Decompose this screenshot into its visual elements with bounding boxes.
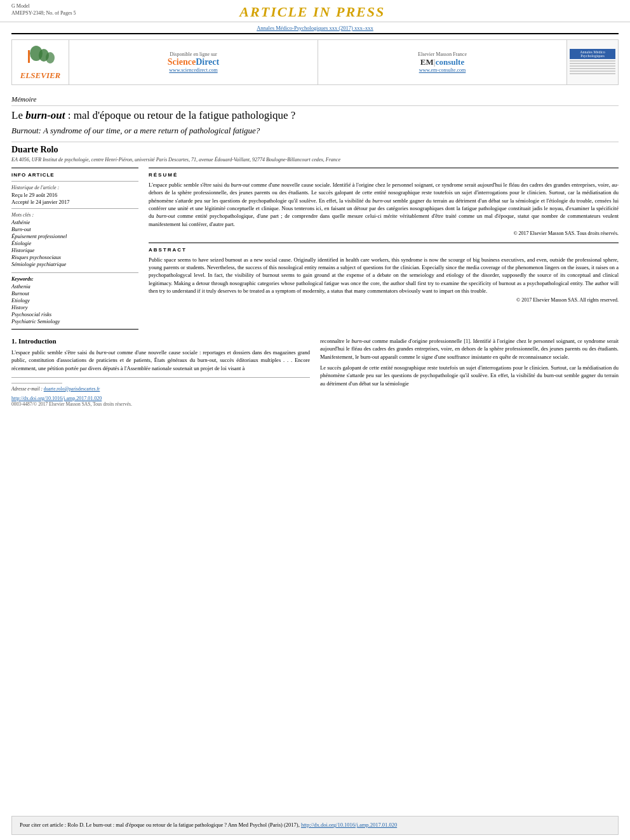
- em-consulte-block: Elsevier Masson France EM|consulte www.e…: [318, 40, 567, 84]
- kw-en-3: Etiology: [11, 297, 138, 303]
- g-model-info: G Model AMEPSY-2348; No. of Pages 5: [11, 3, 76, 17]
- intro-left-col: 1. Introduction L'espace public semble s…: [11, 337, 310, 407]
- introduction-section: 1. Introduction L'espace public semble s…: [11, 337, 619, 407]
- elsevier-masson-label: Elsevier Masson France: [418, 51, 467, 57]
- top-bar: G Model AMEPSY-2348; No. of Pages 5 ARTI…: [0, 0, 630, 22]
- copyright-en: © 2017 Elsevier Masson SAS. All rights r…: [149, 297, 619, 303]
- resume-text: L'espace public semble s'être saisi du b…: [149, 181, 619, 228]
- intro-para-right-2: Le succès galopant de cette entité nosog…: [320, 364, 619, 387]
- issn-footer: 0003-4487/© 2017 Elsevier Masson SAS, To…: [11, 401, 310, 407]
- publisher-row: ELSEVIER Disponible en ligne sur Science…: [11, 39, 619, 85]
- elsevier-tree-icon: [25, 44, 57, 69]
- abstract-column: RÉSUMÉ L'espace public semble s'être sai…: [149, 168, 619, 330]
- email-footnote: Adresse e-mail : duarte.rolo@parisdescar…: [11, 386, 310, 392]
- journal-thumbnail: Annales MédicoPsychologiques: [567, 40, 618, 84]
- resume-title: RÉSUMÉ: [149, 172, 619, 178]
- info-divider-1: [11, 181, 138, 182]
- em-consulte-url[interactable]: www.em-consulte.com: [419, 67, 466, 73]
- article-body: Mémoire Le burn-out : mal d'époque ou re…: [0, 89, 630, 810]
- intro-para-left: L'espace public semble s'être saisi du b…: [11, 349, 310, 372]
- copyright-fr: © 2017 Elsevier Masson SAS. Tous droits …: [149, 230, 619, 236]
- kw-en-6: Psychiatric Semiology: [11, 318, 138, 324]
- info-abstract-section: INFO ARTICLE Historique de l'article : R…: [11, 168, 619, 330]
- email-link[interactable]: duarte.rolo@parisdescartes.fr: [44, 386, 100, 392]
- abstract-en-title: ABSTRACT: [149, 247, 619, 253]
- em-consulte-label: EM|consulte: [420, 57, 464, 67]
- sciencedirect-block: Disponible en ligne sur ScienceDirect ww…: [69, 40, 318, 84]
- kw-en-2: Burnout: [11, 290, 138, 297]
- kw-fr-1: Asthénie: [11, 219, 138, 225]
- info-article-title: INFO ARTICLE: [11, 172, 138, 178]
- author-divider: [11, 142, 619, 142]
- sciencedirect-label: ScienceDirect: [168, 57, 219, 67]
- intro-heading: 1. Introduction: [11, 337, 310, 345]
- kw-fr-4: Étiologie: [11, 240, 138, 246]
- kw-fr-2: Burn-out: [11, 226, 138, 232]
- kw-en-5: Psychosocial risks: [11, 311, 138, 317]
- historique-label: Historique de l'article :: [11, 185, 138, 190]
- intro-right-col: reconnaître le burn-out comme maladie d'…: [320, 337, 619, 407]
- kw-en-4: History: [11, 304, 138, 310]
- mots-cles-label: Mots clés :: [11, 212, 138, 218]
- footnote-area-left: Adresse e-mail : duarte.rolo@parisdescar…: [11, 377, 310, 392]
- thick-divider: [11, 33, 619, 34]
- elsevier-text: ELSEVIER: [20, 70, 61, 81]
- title-divider-top: [11, 105, 619, 106]
- citation-doi-link[interactable]: http://dx.doi.org/10.1016/j.amp.2017.01.…: [301, 822, 397, 828]
- page: G Model AMEPSY-2348; No. of Pages 5 ARTI…: [0, 0, 630, 840]
- info-article-column: INFO ARTICLE Historique de l'article : R…: [11, 168, 138, 330]
- svg-point-3: [46, 52, 55, 63]
- g-model-label: G Model: [11, 3, 76, 10]
- journal-thumb-header: Annales MédicoPsychologiques: [570, 49, 615, 59]
- kw-fr-5: Historique: [11, 247, 138, 253]
- article-title-en: Burnout: A syndrome of our time, or a me…: [11, 126, 619, 137]
- kw-en-1: Asthenia: [11, 283, 138, 290]
- author-name: Duarte Rolo: [11, 145, 619, 155]
- journal-reference[interactable]: Annales Médico-Psychologiques xxx (2017)…: [0, 22, 630, 33]
- info-divider-3: [11, 272, 138, 273]
- accepte-date: Accepté le 24 janvier 2017: [11, 199, 138, 205]
- recu-date: Reçu le 29 août 2016: [11, 192, 138, 198]
- keywords-en-title: Keywords:: [11, 276, 138, 282]
- article-in-press-banner: ARTICLE IN PRESS: [76, 3, 549, 20]
- kw-fr-3: Épuisement professionnel: [11, 233, 138, 239]
- elsevier-logo: ELSEVIER: [12, 40, 69, 84]
- available-text: Disponible en ligne sur: [170, 51, 217, 57]
- abstract-en-text: Public space seems to have seized burnou…: [149, 256, 619, 295]
- article-title-fr: Le burn-out : mal d'époque ou retour de …: [11, 109, 619, 123]
- citation-text: Pour citer cet article : Rolo D. Le burn…: [20, 822, 300, 828]
- author-affiliation: EA 4056, UFR Institut de psychologie, ce…: [11, 157, 619, 163]
- sciencedirect-url[interactable]: www.sciencedirect.com: [169, 67, 217, 73]
- section-label: Mémoire: [11, 95, 619, 103]
- amepsy-label: AMEPSY-2348; No. of Pages 5: [11, 10, 76, 17]
- intro-para-right-1: reconnaître le burn-out comme maladie d'…: [320, 337, 619, 361]
- journal-thumb-lines: [570, 60, 615, 76]
- doi-link[interactable]: http://dx.doi.org/10.1016/j.amp.2017.01.…: [11, 396, 102, 401]
- citation-bar: Pour citer cet article : Rolo D. Le burn…: [11, 816, 619, 835]
- abstract-en-section: ABSTRACT Public space seems to have seiz…: [149, 243, 619, 303]
- svg-rect-0: [28, 50, 30, 63]
- kw-fr-7: Sémiologie psychiatrique: [11, 261, 138, 267]
- footnote-divider: [11, 383, 62, 383]
- kw-fr-6: Risques psychosociaux: [11, 254, 138, 260]
- info-divider-2: [11, 208, 138, 209]
